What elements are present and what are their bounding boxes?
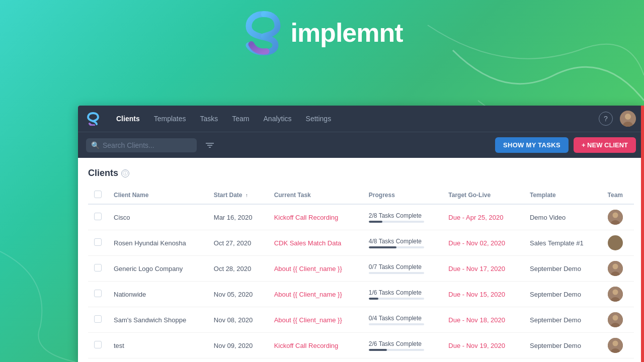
col-template: Template: [524, 187, 602, 204]
scroll-indicator: [641, 106, 644, 362]
row-client-name: Cisco: [108, 204, 208, 230]
row-start-date: Nov 08, 2020: [208, 307, 268, 333]
page-title-row: Clients ⓘ: [88, 168, 634, 178]
row-client-name: Generic Logo Company: [108, 358, 208, 363]
row-current-task[interactable]: About {{ Client_name }}: [274, 316, 342, 324]
clients-table: Client Name Start Date ↑ Current Task Pr…: [88, 187, 634, 362]
sort-arrow-start-date: ↑: [246, 193, 248, 198]
row-target-go-live: Due - Apr 25, 2020: [448, 214, 503, 221]
logo-area: implemnt: [241, 10, 403, 55]
row-team-avatar: [608, 261, 623, 276]
row-template: September Demo: [524, 358, 602, 363]
col-current-task: Current Task: [268, 187, 363, 204]
row-client-name: Sam's Sandwich Shoppe: [108, 307, 208, 333]
select-all-checkbox[interactable]: [94, 191, 102, 198]
svg-point-19: [612, 341, 618, 346]
row-current-task[interactable]: Kickoff Call Recording: [274, 214, 339, 221]
table-row: Rosen Hyundai Kenosha Oct 27, 2020 CDK S…: [88, 230, 634, 256]
row-team-avatar: [608, 312, 623, 327]
row-start-date: Nov 05, 2020: [208, 282, 268, 307]
row-current-task[interactable]: Kickoff Call Recording: [274, 342, 339, 349]
row-checkbox-0[interactable]: [94, 213, 102, 220]
row-progress: 0/7 Tasks Complete: [369, 263, 436, 274]
row-target-go-live: Due - Nov 19, 2020: [448, 342, 505, 349]
row-target-go-live: Due - Nov 18, 2020: [448, 316, 505, 324]
row-template: September Demo: [524, 282, 602, 307]
row-progress: 2/8 Tasks Complete: [369, 212, 436, 223]
brand-name: implemnt: [290, 18, 403, 48]
nav-analytics[interactable]: Analytics: [258, 112, 298, 126]
svg-point-16: [612, 315, 618, 321]
row-start-date: Oct 28, 2020: [208, 256, 268, 282]
content-area: Clients ⓘ Client Name Start Date ↑ Curre…: [78, 158, 644, 362]
nav-logo[interactable]: [86, 112, 100, 126]
table-row: Generic Logo Company Oct 28, 2020 About …: [88, 256, 634, 282]
row-current-task[interactable]: About {{ Client_name }}: [274, 291, 342, 298]
row-client-name: test: [108, 333, 208, 358]
row-template: September Demo: [524, 333, 602, 358]
nav-templates[interactable]: Templates: [148, 112, 192, 126]
row-client-name: Generic Logo Company: [108, 256, 208, 282]
new-client-button[interactable]: + NEW CLIENT: [574, 137, 636, 153]
row-client-name: Nationwide: [108, 282, 208, 307]
row-template: Demo Video: [524, 204, 602, 230]
row-checkbox-2[interactable]: [94, 264, 102, 272]
show-my-tasks-button[interactable]: SHOW MY TASKS: [495, 137, 569, 153]
search-icon: 🔍: [91, 141, 100, 149]
search-input[interactable]: [103, 141, 183, 149]
table-row: test Nov 09, 2020 Kickoff Call Recording…: [88, 333, 634, 358]
svg-point-7: [612, 213, 618, 218]
table-header: Client Name Start Date ↑ Current Task Pr…: [88, 187, 634, 204]
row-start-date: Oct 27, 2020: [208, 230, 268, 256]
table-row: Sam's Sandwich Shoppe Nov 08, 2020 About…: [88, 307, 634, 333]
col-start-date[interactable]: Start Date ↑: [208, 187, 268, 204]
table-row: Nationwide Nov 05, 2020 About {{ Client_…: [88, 282, 634, 307]
row-start-date: Mar 16, 2020: [208, 204, 268, 230]
nav-clients[interactable]: Clients: [110, 112, 146, 126]
table-row: Generic Logo Company Nov 19, 2020 About …: [88, 358, 634, 363]
navbar: Clients Templates Tasks Team Analytics S…: [78, 106, 644, 132]
user-avatar[interactable]: [620, 111, 636, 127]
col-client-name: Client Name: [108, 187, 208, 204]
app-container: Clients Templates Tasks Team Analytics S…: [78, 106, 644, 362]
row-team-avatar: [608, 210, 623, 225]
info-icon[interactable]: ⓘ: [121, 169, 129, 177]
table-row: Cisco Mar 16, 2020 Kickoff Call Recordin…: [88, 204, 634, 230]
brand-logo-icon: [241, 10, 286, 55]
col-target-go-live: Target Go-Live: [442, 187, 524, 204]
row-checkbox-5[interactable]: [94, 341, 102, 348]
row-team-avatar: [608, 287, 623, 302]
nav-tasks[interactable]: Tasks: [194, 112, 224, 126]
row-progress: 0/4 Tasks Complete: [369, 315, 436, 325]
row-target-go-live: Due - Nov 17, 2020: [448, 265, 505, 273]
nav-team[interactable]: Team: [226, 112, 255, 126]
nav-settings[interactable]: Settings: [300, 112, 338, 126]
row-checkbox-1[interactable]: [94, 238, 102, 246]
row-target-go-live: Due - Nov 02, 2020: [448, 239, 505, 247]
svg-point-10: [612, 264, 618, 269]
toolbar: 🔍 SHOW MY TASKS + NEW CLIENT: [78, 132, 644, 158]
page-title: Clients: [88, 168, 118, 178]
row-team-avatar: [608, 338, 623, 353]
row-target-go-live: Due - Nov 15, 2020: [448, 291, 505, 298]
row-checkbox-4[interactable]: [94, 315, 102, 323]
svg-point-1: [625, 114, 631, 120]
help-button[interactable]: ?: [599, 112, 613, 126]
row-template: September Demo: [524, 307, 602, 333]
table-body: Cisco Mar 16, 2020 Kickoff Call Recordin…: [88, 204, 634, 362]
row-progress: 2/6 Tasks Complete: [369, 340, 436, 351]
row-template: September Demo: [524, 256, 602, 282]
filter-button[interactable]: [202, 137, 218, 153]
row-current-task[interactable]: About {{ Client_name }}: [274, 265, 342, 273]
row-checkbox-3[interactable]: [94, 290, 102, 297]
row-current-task[interactable]: CDK Sales Match Data: [274, 239, 342, 247]
col-team: Team: [602, 187, 634, 204]
row-client-name: Rosen Hyundai Kenosha: [108, 230, 208, 256]
search-box[interactable]: 🔍: [86, 138, 197, 152]
row-progress: 1/6 Tasks Complete: [369, 289, 436, 300]
col-progress: Progress: [363, 187, 442, 204]
svg-point-13: [612, 290, 618, 295]
row-progress: 4/8 Tasks Complete: [369, 238, 436, 248]
row-start-date: Nov 09, 2020: [208, 333, 268, 358]
row-template: Sales Template #1: [524, 230, 602, 256]
